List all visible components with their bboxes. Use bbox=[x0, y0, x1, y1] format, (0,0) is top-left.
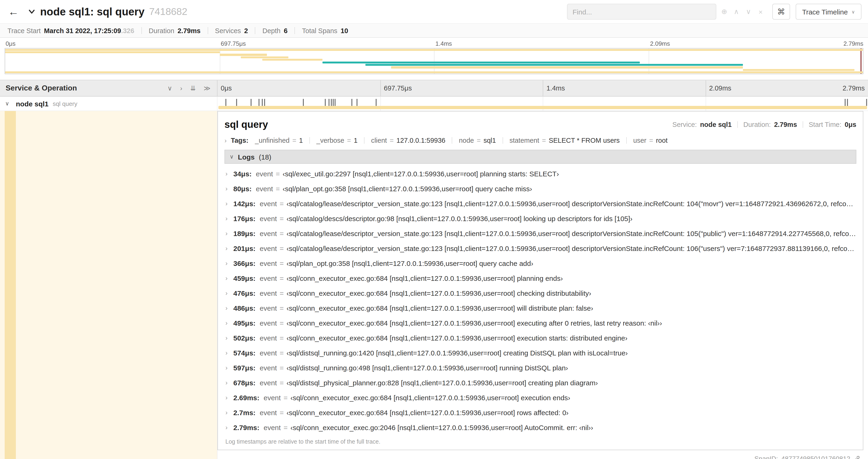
prev-result-icon[interactable]: ∧ bbox=[730, 7, 742, 16]
chevron-right-icon: › bbox=[225, 349, 233, 356]
trace-collapse-chevron[interactable] bbox=[27, 7, 36, 16]
log-entry-row[interactable]: ›495μs:event=‹sql/conn_executor_exec.go:… bbox=[225, 315, 856, 330]
match-count-icon[interactable]: ⊕ bbox=[718, 7, 730, 16]
minimap-canvas[interactable] bbox=[5, 48, 863, 74]
log-entry-row[interactable]: ›142μs:event=‹sql/catalog/lease/descript… bbox=[225, 196, 856, 211]
log-equals: = bbox=[280, 244, 284, 252]
chevron-right-icon: › bbox=[225, 274, 233, 282]
log-entry-row[interactable]: ›476μs:event=‹sql/conn_executor_exec.go:… bbox=[225, 286, 856, 300]
minimap-span-bar bbox=[262, 59, 322, 61]
log-entry-row[interactable]: ›597μs:event=‹sql/distsql_running.go:498… bbox=[225, 360, 856, 375]
log-entry-row[interactable]: ›201μs:event=‹sql/catalog/lease/descript… bbox=[225, 241, 856, 256]
log-marker-tick bbox=[847, 99, 848, 106]
log-entry-row[interactable]: ›80μs:event=‹sql/plan_opt.go:358 [nsql1,… bbox=[225, 181, 856, 196]
log-timestamp: 495μs: bbox=[233, 319, 255, 327]
divider bbox=[626, 137, 627, 144]
log-field-key: event bbox=[260, 319, 277, 327]
log-entry-row[interactable]: ›459μs:event=‹sql/conn_executor_exec.go:… bbox=[225, 270, 856, 286]
log-entry-row[interactable]: ›502μs:event=‹sql/conn_executor_exec.go:… bbox=[225, 330, 856, 345]
log-marker-tick bbox=[258, 99, 259, 106]
chevron-right-icon: › bbox=[225, 200, 233, 207]
tag-key: client bbox=[371, 137, 387, 144]
keyboard-shortcuts-button[interactable]: ⌘ bbox=[772, 4, 790, 20]
minimap-gridline bbox=[648, 48, 649, 74]
span-row-name-cell[interactable]: ∨ node sql1 sql query bbox=[0, 97, 217, 110]
log-timestamp: 189μs: bbox=[233, 229, 255, 237]
log-entry-row[interactable]: ›2.7ms:event=‹sql/conn_executor_exec.go:… bbox=[225, 405, 856, 420]
log-entry-row[interactable]: ›189μs:event=‹sql/catalog/lease/descript… bbox=[225, 226, 856, 241]
log-field-key: event bbox=[260, 259, 277, 267]
log-equals: = bbox=[280, 259, 284, 267]
expand-one-icon[interactable]: › bbox=[180, 85, 182, 92]
logs-label: Logs bbox=[238, 153, 255, 161]
log-equals: = bbox=[280, 289, 284, 297]
log-equals: = bbox=[280, 229, 284, 237]
minimap-scrubber[interactable] bbox=[861, 48, 862, 74]
find-input[interactable] bbox=[567, 4, 716, 20]
tags-row[interactable]: › Tags: _unfinished=1_verbose=1client=12… bbox=[224, 135, 856, 150]
log-timestamp: 176μs: bbox=[233, 214, 255, 222]
service-operation-title: Service & Operation bbox=[6, 84, 167, 92]
chevron-down-icon[interactable]: ∨ bbox=[5, 100, 12, 107]
tag-key: statement bbox=[509, 137, 539, 144]
next-result-icon[interactable]: ∨ bbox=[742, 7, 754, 16]
log-entry-row[interactable]: ›2.69ms:event=‹sql/conn_executor_exec.go… bbox=[225, 390, 856, 405]
column-label: 0μs bbox=[217, 80, 232, 96]
services-item: Services 2 bbox=[215, 27, 248, 34]
logs-footer-note: Log timestamps are relative to the start… bbox=[224, 435, 856, 450]
trace-id: 7418682 bbox=[149, 6, 187, 17]
log-marker-tick bbox=[357, 99, 358, 106]
expand-all-icon[interactable]: ≫ bbox=[204, 85, 211, 92]
log-marker-tick bbox=[265, 99, 265, 106]
log-field-value: ‹sql/conn_executor_exec.go:2046 [nsql1,c… bbox=[290, 423, 593, 431]
chevron-right-icon: › bbox=[225, 304, 233, 312]
depth-label: Depth bbox=[262, 27, 280, 34]
total-spans-value: 10 bbox=[341, 27, 348, 34]
tags-list: _unfinished=1_verbose=1client=127.0.0.1:… bbox=[255, 137, 668, 144]
clear-search-icon[interactable]: × bbox=[754, 8, 767, 15]
collapse-one-icon[interactable]: ∨ bbox=[167, 85, 172, 92]
log-entry-row[interactable]: ›176μs:event=‹sql/catalog/descs/descript… bbox=[225, 211, 856, 226]
collapse-all-icon[interactable]: ⇊ bbox=[190, 85, 195, 92]
tag-item: _unfinished=1 bbox=[255, 137, 303, 144]
timeline-header-row: Service & Operation ∨ › ⇊ ≫ 0μs 697.75μs… bbox=[0, 80, 868, 97]
log-equals: = bbox=[280, 304, 284, 312]
log-entry-row[interactable]: ›486μs:event=‹sql/conn_executor_exec.go:… bbox=[225, 300, 856, 315]
span-id-row: SpanID: 4877749850101760812 bbox=[217, 450, 868, 459]
span-row[interactable]: ∨ node sql1 sql query bbox=[0, 97, 868, 111]
trace-timeline-dropdown[interactable]: Trace Timeline ∨ bbox=[796, 4, 862, 20]
logs-section-header[interactable]: ∨ Logs (18) bbox=[224, 150, 856, 164]
copy-link-icon[interactable] bbox=[854, 455, 861, 459]
log-field-value: ‹sql/conn_executor_exec.go:684 [nsql1,cl… bbox=[286, 289, 591, 297]
log-entry-row[interactable]: ›366μs:event=‹sql/plan_opt.go:358 [nsql1… bbox=[225, 256, 856, 270]
axis-tick-label: 697.75μs bbox=[221, 40, 246, 47]
minimap-span-bar bbox=[241, 56, 288, 58]
log-entry-row[interactable]: ›574μs:event=‹sql/distsql_running.go:142… bbox=[225, 345, 856, 360]
service-value: node sql1 bbox=[700, 121, 732, 128]
page-title: node sql1: sql query bbox=[40, 5, 145, 18]
log-field-key: event bbox=[260, 229, 277, 237]
minimap-span-bar bbox=[220, 54, 267, 56]
log-field-key: event bbox=[260, 214, 277, 222]
log-field-key: event bbox=[256, 170, 273, 177]
log-entry-row[interactable]: ›34μs:event=‹sql/exec_util.go:2297 [nsql… bbox=[225, 166, 856, 181]
trace-start-item: Trace Start March 31 2022, 17:25:09.326 bbox=[7, 27, 134, 34]
chevron-right-icon: › bbox=[225, 394, 233, 401]
chevron-right-icon: › bbox=[225, 170, 233, 177]
duration-value: 2.79ms bbox=[178, 27, 200, 34]
span-detail-titlebar: sql query Service: node sql1 Duration: 2… bbox=[224, 116, 856, 135]
minimap-span-bar bbox=[322, 61, 640, 63]
log-entry-row[interactable]: ›2.79ms:event=‹sql/conn_executor_exec.go… bbox=[225, 420, 856, 435]
log-entry-row[interactable]: ›678μs:event=‹sql/distsql_physical_plann… bbox=[225, 375, 856, 390]
log-timestamp: 574μs: bbox=[233, 349, 255, 357]
log-equals: = bbox=[280, 379, 284, 387]
log-marker-tick bbox=[262, 99, 263, 106]
log-timestamp: 459μs: bbox=[233, 274, 255, 282]
span-row-track[interactable] bbox=[217, 97, 868, 110]
span-duration-bar[interactable] bbox=[218, 106, 867, 109]
log-field-value: ‹sql/catalog/lease/descriptor_version_st… bbox=[286, 199, 856, 207]
minimap-gridline bbox=[434, 48, 434, 74]
tag-value: root bbox=[656, 137, 668, 144]
log-field-key: event bbox=[260, 408, 277, 416]
back-button[interactable]: ← bbox=[5, 3, 22, 21]
